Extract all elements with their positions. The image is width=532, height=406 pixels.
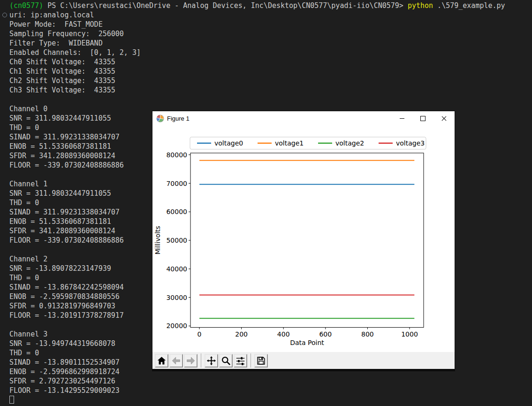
terminal-line: (cn0577) PS C:\Users\reustaci\OneDrive -… <box>9 1 532 10</box>
back-button[interactable] <box>169 354 183 368</box>
terminal-text: Ch3 Shift Voltage: 43355 <box>9 86 115 94</box>
terminal-text: SINAD = -13.867842242598094 <box>9 283 124 291</box>
x-tick-label: 0 <box>198 330 202 338</box>
terminal-text: SNR = -13.89078223147939 <box>9 264 111 273</box>
terminal-line: Ch0 Shift Voltage: 43355 <box>9 57 532 67</box>
terminal-text: Sampling Frequency: 256000 <box>9 30 124 38</box>
terminal-text: SFDR = 341.28089360008124 <box>9 227 115 235</box>
terminal-text: SINAD = 311.99231338034707 <box>9 208 120 216</box>
maximize-button[interactable] <box>412 111 433 125</box>
terminal-text: THD = 0 <box>9 349 39 357</box>
x-tick-label: 400 <box>277 330 290 338</box>
terminal-text: FLOOR = -13.14295529009023 <box>9 386 120 395</box>
terminal-text: ENOB = -2.5959870834880556 <box>9 292 120 301</box>
terminal-line: Filter Type: WIDEBAND <box>9 38 532 48</box>
terminal-text: FLOOR = -339.07302408886886 <box>9 161 124 169</box>
toolbar-separator <box>201 353 201 368</box>
terminal-text: FLOOR = -13.201917378278917 <box>9 311 124 320</box>
terminal-text: Channel 3 <box>9 330 47 338</box>
terminal-text: Enabled Channels: [0, 1, 2, 3] <box>9 48 141 57</box>
terminal-line: Power Mode: FAST_MODE <box>9 20 532 29</box>
figure-window: Figure 1 2000030000400005000060000700008… <box>152 111 455 371</box>
terminal-text: SNR = 311.98032447911055 <box>9 189 111 198</box>
terminal-text: SFDR = 0.9132819796849703 <box>9 302 115 310</box>
terminal-text: THD = 0 <box>9 199 39 207</box>
terminal-line: uri: ip:analog.local <box>9 10 532 20</box>
forward-button[interactable] <box>184 354 198 368</box>
window-bottom-edge <box>152 369 455 371</box>
terminal-text: SNR = -13.949744319668078 <box>9 339 115 348</box>
x-axis-label: Data Point <box>290 339 324 346</box>
command-decoration-icon <box>2 13 7 17</box>
terminal-text: ENOB = -2.5996862998918724 <box>9 368 120 376</box>
terminal-text: Channel 2 <box>9 255 47 263</box>
terminal-text: THD = 0 <box>9 274 39 282</box>
forward-arrow-icon <box>186 356 196 366</box>
terminal-text: .\579_example.py <box>433 1 505 10</box>
x-tick-label: 600 <box>319 330 332 338</box>
zoom-button[interactable] <box>219 354 233 368</box>
terminal-text: ENOB = 51.53360687381181 <box>9 142 111 151</box>
terminal-text: (cn0577) <box>9 1 47 10</box>
terminal-cursor <box>9 396 14 404</box>
home-icon <box>157 356 167 366</box>
y-tick-label: 80000 <box>166 151 187 159</box>
figure-titlebar[interactable]: Figure 1 <box>152 111 455 125</box>
y-tick-label: 50000 <box>166 237 187 244</box>
sliders-icon <box>236 356 245 366</box>
home-button[interactable] <box>155 354 168 368</box>
line-chart[interactable]: 2000030000400005000060000700008000002004… <box>152 125 455 352</box>
magnifier-icon <box>221 356 231 366</box>
terminal-text: Ch0 Shift Voltage: 43355 <box>9 58 115 66</box>
figure-toolbar <box>152 352 455 369</box>
terminal-text: Channel 0 <box>9 105 47 113</box>
plot-area <box>190 153 424 328</box>
terminal-line <box>9 395 532 405</box>
terminal-line: Ch1 Shift Voltage: 43355 <box>9 67 532 76</box>
x-tick-label: 200 <box>235 330 248 338</box>
terminal-text: ENOB = 51.53360687381181 <box>9 217 111 226</box>
window-controls <box>391 111 455 125</box>
terminal-text: Ch1 Shift Voltage: 43355 <box>9 67 115 76</box>
figure-canvas[interactable]: 2000030000400005000060000700008000002004… <box>152 125 455 352</box>
terminal-line: Ch2 Shift Voltage: 43355 <box>9 76 532 85</box>
y-axis-label: Millivolts <box>154 226 161 254</box>
x-tick-label: 1000 <box>401 330 418 338</box>
terminal-text: SNR = 311.98032447911055 <box>9 114 111 123</box>
y-tick-label: 60000 <box>166 208 187 215</box>
terminal-text: SFDR = 341.28089360008124 <box>9 152 115 160</box>
legend-label: voltage1 <box>275 139 304 147</box>
configure-subplots-button[interactable] <box>234 354 247 368</box>
y-tick-label: 30000 <box>166 294 187 301</box>
terminal-text: SINAD = 311.99231338034707 <box>9 133 120 141</box>
matplotlib-icon <box>156 115 164 123</box>
terminal-text: Channel 1 <box>9 180 47 188</box>
close-button[interactable] <box>433 111 455 125</box>
terminal-text: Ch2 Shift Voltage: 43355 <box>9 77 115 85</box>
legend-label: voltage0 <box>214 139 243 147</box>
floppy-disk-icon <box>256 356 266 366</box>
terminal-text: THD = 0 <box>9 123 39 132</box>
legend-label: voltage3 <box>396 139 425 147</box>
terminal-line: Enabled Channels: [0, 1, 2, 3] <box>9 48 532 57</box>
terminal-line: SFDR = 2.7927230254497126 <box>9 376 532 386</box>
terminal-text: Filter Type: WIDEBAND <box>9 39 103 47</box>
maximize-icon <box>420 116 426 121</box>
minimize-button[interactable] <box>391 111 412 125</box>
terminal-text: python <box>408 1 433 10</box>
figure-title: Figure 1 <box>167 115 190 122</box>
pan-button[interactable] <box>205 354 218 368</box>
y-tick-label: 20000 <box>166 322 187 329</box>
terminal-text: PS C:\Users\reustaci\OneDrive - Analog D… <box>47 1 408 10</box>
y-tick-label: 70000 <box>166 180 187 187</box>
close-icon <box>441 115 447 122</box>
x-tick-label: 800 <box>361 330 374 338</box>
legend-label: voltage2 <box>335 139 364 147</box>
terminal-text: FLOOR = -339.07302408886886 <box>9 236 124 245</box>
terminal-text: SINAD = -13.89011152534907 <box>9 358 120 367</box>
save-button[interactable] <box>254 354 268 368</box>
toolbar-separator <box>251 353 251 368</box>
terminal-line: Ch3 Shift Voltage: 43355 <box>9 85 532 95</box>
desktop-screen: (cn0577) PS C:\Users\reustaci\OneDrive -… <box>0 0 532 406</box>
pan-arrows-icon <box>206 356 216 366</box>
